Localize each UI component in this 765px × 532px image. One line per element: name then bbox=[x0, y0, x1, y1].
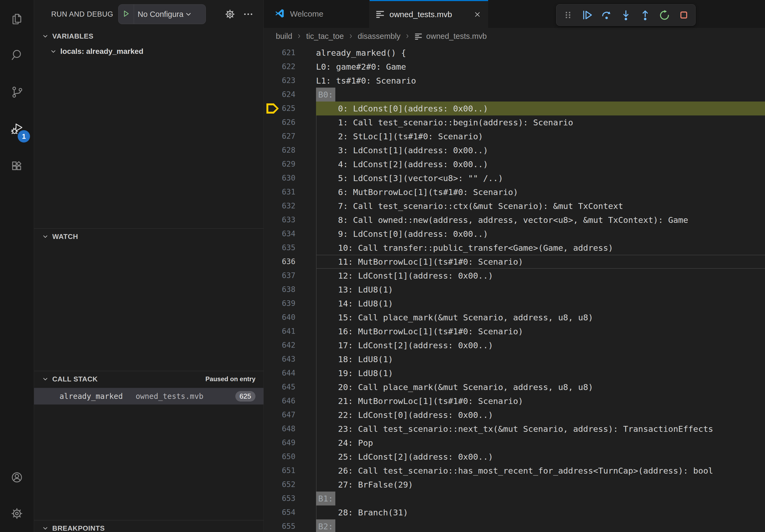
line-number[interactable]: 653 bbox=[264, 492, 316, 505]
gutter[interactable]: 655 bbox=[264, 519, 316, 532]
sidebar-item-source-control[interactable] bbox=[0, 74, 34, 111]
line-number[interactable]: 654 bbox=[264, 505, 316, 519]
code-line[interactable]: 653 B1: bbox=[264, 492, 765, 505]
line-number[interactable]: 627 bbox=[264, 130, 316, 143]
gutter[interactable]: 651 bbox=[264, 464, 316, 478]
breadcrumb-item[interactable]: disassembly bbox=[358, 32, 401, 41]
watch-section-header[interactable]: WATCH bbox=[34, 229, 264, 244]
gutter[interactable]: 649 bbox=[264, 436, 316, 450]
code-line[interactable]: 654 28: Branch(31) bbox=[264, 505, 765, 519]
step-out-button[interactable] bbox=[639, 9, 651, 21]
line-number[interactable]: 638 bbox=[264, 283, 316, 297]
breakpoints-section-header[interactable]: BREAKPOINTS bbox=[34, 520, 264, 532]
line-number[interactable]: 655 bbox=[264, 519, 316, 532]
sidebar-item-search[interactable] bbox=[0, 37, 34, 74]
gutter[interactable]: 628 bbox=[264, 143, 316, 157]
sidebar-item-extensions[interactable] bbox=[0, 148, 34, 185]
code-editor[interactable]: 621 already_marked() { 622 L0: game#2#0:… bbox=[264, 45, 765, 532]
gutter[interactable]: 636 bbox=[264, 255, 316, 269]
line-number[interactable]: 632 bbox=[264, 199, 316, 213]
gutter[interactable]: 644 bbox=[264, 366, 316, 380]
line-number[interactable]: 637 bbox=[264, 269, 316, 283]
line-number[interactable]: 625 bbox=[264, 102, 316, 116]
code-line[interactable]: 644 19: LdU8(1) bbox=[264, 366, 765, 380]
line-number[interactable]: 633 bbox=[264, 213, 316, 227]
gutter[interactable]: 634 bbox=[264, 227, 316, 241]
code-line[interactable]: 638 13: LdU8(1) bbox=[264, 283, 765, 297]
line-number[interactable]: 631 bbox=[264, 185, 316, 199]
variables-section-header[interactable]: VARIABLES bbox=[34, 28, 264, 44]
manage-settings-button[interactable] bbox=[0, 496, 34, 532]
code-line[interactable]: 633 8: Call owned::new(address, address,… bbox=[264, 213, 765, 227]
line-number[interactable]: 634 bbox=[264, 227, 316, 241]
code-line[interactable]: 631 6: MutBorrowLoc[1](ts#1#0: Scenario) bbox=[264, 185, 765, 199]
line-number[interactable]: 646 bbox=[264, 394, 316, 408]
line-number[interactable]: 628 bbox=[264, 143, 316, 157]
line-number[interactable]: 649 bbox=[264, 436, 316, 450]
code-line[interactable]: 643 18: LdU8(1) bbox=[264, 352, 765, 366]
code-line[interactable]: 628 3: LdConst[1](address: 0x00..) bbox=[264, 143, 765, 157]
code-line[interactable]: 642 17: LdConst[2](address: 0x00..) bbox=[264, 338, 765, 352]
line-number[interactable]: 623 bbox=[264, 74, 316, 88]
code-line[interactable]: 636 11: MutBorrowLoc[1](ts#1#0: Scenario… bbox=[264, 255, 765, 269]
sidebar-item-run-and-debug[interactable]: 1 bbox=[0, 111, 34, 148]
gutter[interactable]: 630 bbox=[264, 171, 316, 185]
breadcrumb-item[interactable]: tic_tac_toe bbox=[306, 32, 344, 41]
code-line[interactable]: 639 14: LdU8(1) bbox=[264, 297, 765, 311]
code-line[interactable]: 630 5: LdConst[3](vector<u8>: "" /..) bbox=[264, 171, 765, 185]
tab-welcome[interactable]: Welcome bbox=[264, 0, 370, 28]
line-number[interactable]: 640 bbox=[264, 311, 316, 324]
code-line[interactable]: 621 already_marked() { bbox=[264, 46, 765, 60]
line-number[interactable]: 639 bbox=[264, 297, 316, 311]
code-line[interactable]: 622 L0: game#2#0: Game bbox=[264, 60, 765, 74]
line-number[interactable]: 641 bbox=[264, 324, 316, 338]
code-line[interactable]: 629 4: LdConst[2](address: 0x00..) bbox=[264, 157, 765, 171]
gutter[interactable]: 639 bbox=[264, 297, 316, 311]
gutter[interactable]: 654 bbox=[264, 505, 316, 519]
gutter[interactable]: 652 bbox=[264, 478, 316, 492]
line-number[interactable]: 624 bbox=[264, 88, 316, 102]
code-line[interactable]: 649 24: Pop bbox=[264, 436, 765, 450]
code-line[interactable]: 645 20: Call place_mark(&mut Scenario, a… bbox=[264, 380, 765, 394]
toolbar-drag-gripper[interactable] bbox=[562, 9, 574, 21]
line-number[interactable]: 644 bbox=[264, 366, 316, 380]
step-over-button[interactable] bbox=[600, 9, 613, 21]
code-line[interactable]: 647 22: LdConst[0](address: 0x00..) bbox=[264, 408, 765, 422]
line-number[interactable]: 629 bbox=[264, 157, 316, 171]
close-icon[interactable] bbox=[473, 10, 482, 19]
gutter[interactable]: 632 bbox=[264, 199, 316, 213]
call-stack-frame-row[interactable]: already_marked owned_tests.mvb 625 bbox=[34, 388, 264, 404]
code-line[interactable]: 626 1: Call test_scenario::begin(address… bbox=[264, 116, 765, 130]
code-line[interactable]: 624 B0: bbox=[264, 88, 765, 102]
line-number[interactable]: 648 bbox=[264, 422, 316, 436]
gutter[interactable]: 645 bbox=[264, 380, 316, 394]
gutter[interactable]: 650 bbox=[264, 450, 316, 464]
sidebar-item-explorer[interactable] bbox=[0, 0, 34, 37]
gutter[interactable]: 646 bbox=[264, 394, 316, 408]
start-debug-button[interactable] bbox=[119, 5, 134, 24]
line-number[interactable]: 636 bbox=[264, 255, 316, 269]
code-line[interactable]: 655 B2: bbox=[264, 519, 765, 532]
gutter[interactable]: 637 bbox=[264, 269, 316, 283]
breadcrumb-item[interactable]: owned_tests.mvb bbox=[426, 32, 487, 41]
gutter[interactable]: 648 bbox=[264, 422, 316, 436]
gutter[interactable]: 624 bbox=[264, 88, 316, 102]
debug-config-dropdown[interactable]: No Configura bbox=[118, 4, 206, 24]
code-line[interactable]: 640 15: Call place_mark(&mut Scenario, a… bbox=[264, 311, 765, 324]
breadcrumb-item[interactable]: build bbox=[276, 32, 292, 41]
code-line[interactable]: 652 27: BrFalse(29) bbox=[264, 478, 765, 492]
code-line[interactable]: 627 2: StLoc[1](ts#1#0: Scenario) bbox=[264, 130, 765, 143]
code-line[interactable]: 650 25: LdConst[2](address: 0x00..) bbox=[264, 450, 765, 464]
call-stack-section-header[interactable]: CALL STACK Paused on entry bbox=[34, 371, 264, 387]
code-line[interactable]: 646 21: MutBorrowLoc[1](ts#1#0: Scenario… bbox=[264, 394, 765, 408]
gutter[interactable]: 633 bbox=[264, 213, 316, 227]
line-number[interactable]: 642 bbox=[264, 338, 316, 352]
code-line[interactable]: 641 16: MutBorrowLoc[1](ts#1#0: Scenario… bbox=[264, 324, 765, 338]
step-into-button[interactable] bbox=[620, 9, 632, 21]
gutter[interactable]: 627 bbox=[264, 130, 316, 143]
gutter[interactable]: 653 bbox=[264, 492, 316, 505]
accounts-button[interactable] bbox=[0, 460, 34, 496]
code-line[interactable]: 632 7: Call test_scenario::ctx(&mut Scen… bbox=[264, 199, 765, 213]
restart-button[interactable] bbox=[658, 9, 671, 21]
tab-owned-tests[interactable]: owned_tests.mvb bbox=[370, 0, 488, 28]
